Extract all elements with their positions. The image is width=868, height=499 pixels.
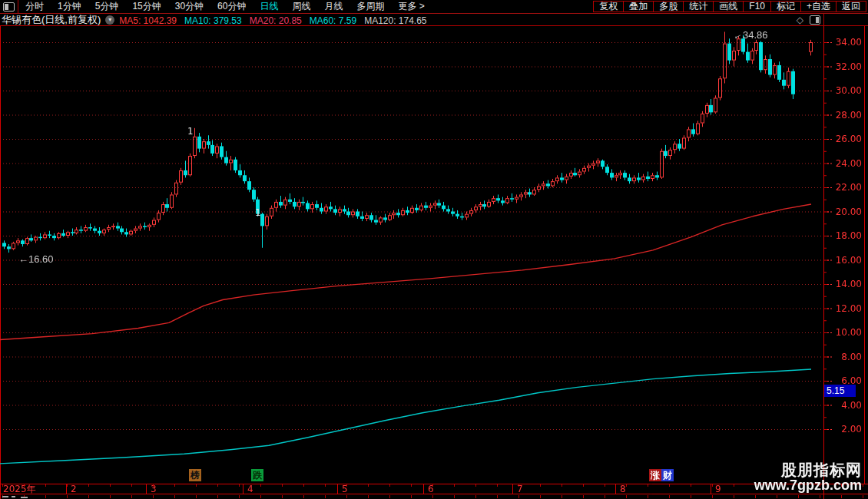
watermark-site-url: www.7gpzb.com — [754, 478, 862, 494]
title-divider — [823, 14, 824, 26]
stock-title: 华锡有色(日线,前复权) — [2, 13, 101, 27]
chevron-down-icon[interactable]: ▾ — [105, 15, 114, 25]
peak-value: 34.86 — [743, 29, 768, 41]
chart-mark-1: 1 — [187, 126, 193, 137]
toolbar-button-多股[interactable]: 多股 — [653, 1, 684, 12]
axis-cursor-value: 5.15 — [824, 385, 856, 397]
toolbar-button-标记[interactable]: 标记 — [770, 1, 801, 12]
peak-price-annotation: ←34.86 — [732, 29, 768, 41]
badge-die[interactable]: 跌 — [251, 469, 263, 481]
period-item-分时[interactable]: 分时 — [18, 0, 51, 13]
sidebar-toggle-glyph — [3, 2, 15, 12]
period-item-60分钟[interactable]: 60分钟 — [210, 0, 253, 13]
top-menu-bar: 分时1分钟5分钟15分钟30分钟60分钟日线周线月线多周期更多 > 复权叠加多股… — [0, 0, 868, 14]
toolbar-button-+自选[interactable]: +自选 — [800, 1, 837, 12]
period-item-5分钟[interactable]: 5分钟 — [88, 0, 126, 13]
period-item-1分钟[interactable]: 1分钟 — [51, 0, 88, 13]
period-item-日线[interactable]: 日线 — [253, 0, 285, 13]
low-price-annotation: ←16.60 — [18, 253, 54, 265]
window-icon[interactable] — [810, 15, 820, 25]
ma-values: MA5: 1042.39MA10: 379.53MA20: 20.85MA60:… — [119, 13, 434, 27]
toolbar-button-复权[interactable]: 复权 — [593, 1, 624, 12]
toolbar-button-画线[interactable]: 画线 — [713, 1, 744, 12]
toolbar-button-F10[interactable]: F10 — [743, 1, 771, 12]
badge-zhang[interactable]: 涨 — [649, 469, 661, 481]
ma-value: MA5: 1042.39 — [119, 15, 177, 26]
period-item-周线[interactable]: 周线 — [285, 0, 317, 13]
period-item-多周期[interactable]: 多周期 — [350, 0, 391, 13]
ma-value: MA120: 174.65 — [364, 15, 426, 26]
toolbar-button-叠加[interactable]: 叠加 — [623, 1, 654, 12]
candlestick-chart-canvas[interactable] — [0, 26, 868, 499]
period-item-更多 >[interactable]: 更多 > — [391, 0, 431, 13]
toolbar-button-统计[interactable]: 统计 — [683, 1, 714, 12]
peak-arrow-icon: ← — [730, 28, 744, 42]
chart-mark-2: 1 — [255, 207, 260, 218]
badge-cai[interactable]: 财 — [661, 469, 674, 481]
badge-bang[interactable]: 榜 — [189, 469, 201, 481]
toolbar-button-返回[interactable]: 返回 — [836, 1, 866, 12]
period-item-30分钟[interactable]: 30分钟 — [168, 0, 210, 13]
diamond-icon[interactable]: ◇ — [797, 15, 803, 25]
ma-value: MA10: 379.53 — [184, 15, 242, 26]
toolbar-right-buttons: 复权叠加多股统计画线F10标记+自选返回 — [594, 1, 866, 12]
period-menu: 分时1分钟5分钟15分钟30分钟60分钟日线周线月线多周期更多 > — [18, 0, 432, 13]
period-item-15分钟[interactable]: 15分钟 — [125, 0, 167, 13]
panel-toggle-icon[interactable] — [0, 0, 18, 13]
ma-value: MA60: 7.59 — [310, 15, 356, 26]
ma-value: MA20: 20.85 — [250, 15, 302, 26]
period-item-月线[interactable]: 月线 — [317, 0, 350, 13]
chart-title-bar: 华锡有色(日线,前复权) ▾ MA5: 1042.39MA10: 379.53M… — [0, 14, 868, 26]
